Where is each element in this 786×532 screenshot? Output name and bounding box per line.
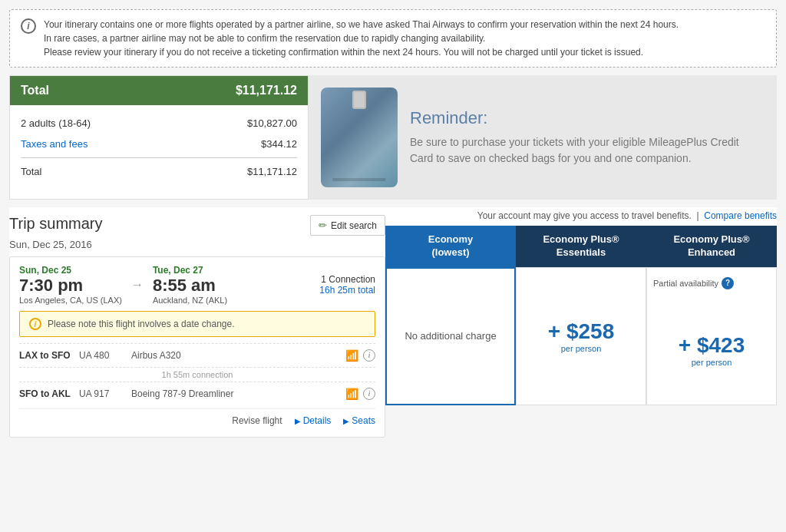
total-row-amount: $11,171.12 (247, 166, 297, 177)
leg1-route: LAX to SFO (19, 350, 73, 361)
taxes-amount: $344.12 (261, 138, 297, 150)
wifi-icon-2: 📶 (345, 388, 358, 400)
taxes-link[interactable]: Taxes and fees (21, 138, 88, 150)
help-icon[interactable]: ? (722, 277, 734, 289)
info-icon: i (21, 18, 36, 34)
pricing-total-row: Total $11,171.12 (21, 161, 297, 182)
econ-plus-ess-line1: Economy Plus® (522, 233, 640, 246)
econ-plus-enh-line1: Economy Plus® (652, 233, 771, 246)
departure-time: 7:30 pm (19, 276, 122, 296)
pricing-divider (21, 157, 297, 158)
date-change-notice: i Please note this flight involves a dat… (19, 311, 375, 337)
reminder-title: Reminder: (410, 108, 765, 128)
trip-summary: Trip summary ✏ Edit search Sun, Dec 25, … (9, 207, 385, 438)
econ-plus-enh-line2: Enhanced (652, 246, 771, 259)
econ-plus-ess-per: per person (561, 344, 602, 353)
pricing-body: 2 adults (18-64) $10,827.00 Taxes and fe… (10, 105, 308, 190)
seats-tri-icon: ▶ (343, 417, 349, 425)
economy-header-line2: (lowest) (391, 246, 510, 259)
reminder-body: Be sure to purchase your tickets with yo… (410, 134, 765, 167)
luggage-image (321, 88, 398, 187)
pricing-panel: Total $11,171.12 2 adults (18-64) $10,82… (9, 75, 309, 200)
seats-link[interactable]: ▶ Seats (343, 415, 375, 426)
notice-line2: In rare cases, a partner airline may not… (44, 33, 485, 44)
notice-line3: Please review your itinerary if you do n… (44, 47, 643, 58)
leg2-row: SFO to AKL UA 917 Boeing 787-9 Dreamline… (19, 382, 375, 405)
legs-section: LAX to SFO UA 480 Airbus A320 📶 i 1h 55m… (19, 343, 375, 405)
trip-date: Sun, Dec 25, 2016 (9, 239, 385, 250)
pencil-icon: ✏ (319, 220, 327, 231)
leg1-flight: UA 480 (79, 350, 125, 361)
econ-plus-ess-header: Economy Plus® Essentials (516, 226, 646, 267)
pricing-header: Total $11,171.12 (10, 76, 308, 105)
leg1-row: LAX to SFO UA 480 Airbus A320 📶 i (19, 343, 375, 367)
economy-header: Economy (lowest) (385, 226, 516, 267)
adults-row: 2 adults (18-64) $10,827.00 (21, 113, 297, 134)
taxes-row: Taxes and fees $344.12 (21, 134, 297, 154)
warning-icon: i (29, 318, 41, 330)
economy-header-line1: Economy (391, 233, 510, 246)
details-tri-icon: ▶ (295, 417, 301, 425)
leg2-icons: 📶 i (345, 388, 375, 400)
flight-arrow-icon: → (131, 278, 144, 292)
total-label: Total (21, 84, 49, 97)
edit-search-label: Edit search (331, 220, 377, 231)
arrival-time: 8:55 am (153, 276, 227, 296)
connection-duration: 16h 25m total (236, 285, 375, 296)
departure-date: Sun, Dec 25 (19, 265, 122, 276)
flight-segment: Sun, Dec 25 7:30 pm Los Angeles, CA, US … (9, 256, 385, 438)
flight-actions: Revise flight ▶ Details ▶ Seats (19, 408, 375, 429)
flight-row: Sun, Dec 25 7:30 pm Los Angeles, CA, US … (19, 265, 375, 305)
leg1-aircraft: Airbus A320 (131, 350, 339, 361)
notice-banner: i Your itinerary contains one or more fl… (9, 9, 777, 68)
notice-line1: Your itinerary contains one or more flig… (44, 19, 679, 30)
arrival-date: Tue, Dec 27 (153, 265, 227, 276)
econ-plus-ess-line2: Essentials (522, 246, 640, 259)
leg2-flight: UA 917 (79, 388, 125, 399)
main-row: Total $11,171.12 2 adults (18-64) $10,82… (9, 75, 777, 200)
info-icon-leg2: i (363, 388, 375, 400)
benefits-panel: Your account may give you access to trav… (385, 207, 777, 405)
revise-flight-link[interactable]: Revise flight (232, 415, 282, 426)
econ-plus-enh-per: per person (692, 358, 732, 367)
notice-text: Your itinerary contains one or more flig… (44, 18, 679, 59)
reminder-text-block: Reminder: Be sure to purchase your ticke… (410, 108, 765, 167)
trip-title: Trip summary (9, 215, 102, 233)
connection-separator: 1h 55m connection (19, 367, 375, 382)
details-link[interactable]: ▶ Details (295, 415, 332, 426)
connection-label: 1 Connection (236, 274, 375, 285)
leg2-route: SFO to AKL (19, 388, 73, 399)
lower-section: Trip summary ✏ Edit search Sun, Dec 25, … (9, 207, 777, 438)
trip-summary-header: Trip summary ✏ Edit search (9, 207, 385, 239)
partial-avail-text: Partial availability (653, 279, 718, 288)
connection-info: 1 Connection 16h 25m total (236, 274, 375, 296)
economy-value: No additional charge (405, 330, 496, 342)
departure-airport: Los Angeles, CA, US (LAX) (19, 296, 122, 305)
compare-benefits-link[interactable]: Compare benefits (704, 210, 777, 221)
total-row-label: Total (21, 166, 41, 177)
leg1-icons: 📶 i (345, 349, 375, 362)
adults-label: 2 adults (18-64) (21, 117, 91, 129)
partial-availability: Partial availability ? (653, 277, 734, 289)
adults-amount: $10,827.00 (247, 117, 297, 129)
econ-plus-ess-price: + $258 (548, 319, 614, 344)
arrival-airport: Auckland, NZ (AKL) (153, 296, 227, 305)
date-change-text: Please note this flight involves a date … (48, 319, 235, 329)
econ-plus-enh-cell[interactable]: Partial availability ? + $423 per person (646, 267, 777, 405)
economy-cell[interactable]: No additional charge (385, 267, 516, 405)
departure-block: Sun, Dec 25 7:30 pm Los Angeles, CA, US … (19, 265, 122, 305)
wifi-icon: 📶 (345, 349, 358, 362)
account-text: Your account may give you access to trav… (477, 210, 692, 221)
total-amount: $11,171.12 (236, 84, 297, 97)
benefits-top-row: Your account may give you access to trav… (385, 207, 777, 226)
econ-plus-enh-header: Economy Plus® Enhanced (646, 226, 777, 267)
info-icon-leg1: i (363, 349, 375, 362)
edit-search-button[interactable]: ✏ Edit search (310, 215, 385, 236)
arrival-block: Tue, Dec 27 8:55 am Auckland, NZ (AKL) (153, 265, 227, 305)
econ-plus-ess-cell[interactable]: + $258 per person (516, 267, 646, 405)
benefits-grid: Economy (lowest) Economy Plus® Essential… (385, 226, 777, 405)
reminder-panel: Reminder: Be sure to purchase your ticke… (309, 75, 777, 200)
leg2-aircraft: Boeing 787-9 Dreamliner (131, 388, 339, 399)
econ-plus-enh-price: + $423 (679, 333, 745, 358)
